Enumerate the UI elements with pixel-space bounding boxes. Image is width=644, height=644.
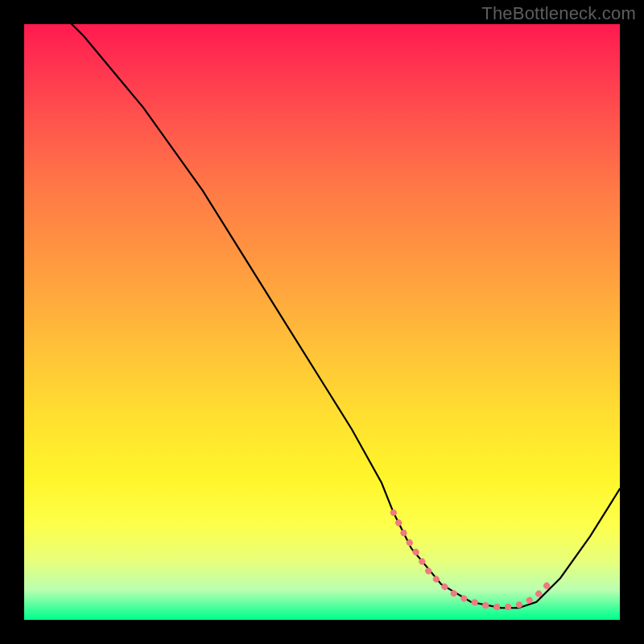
chart-frame: TheBottleneck.com bbox=[0, 0, 644, 644]
bottleneck-curve bbox=[24, 24, 620, 608]
curve-layer bbox=[24, 24, 620, 620]
watermark-text: TheBottleneck.com bbox=[481, 3, 636, 24]
ideal-range-dots bbox=[394, 513, 548, 608]
plot-area bbox=[24, 24, 620, 620]
